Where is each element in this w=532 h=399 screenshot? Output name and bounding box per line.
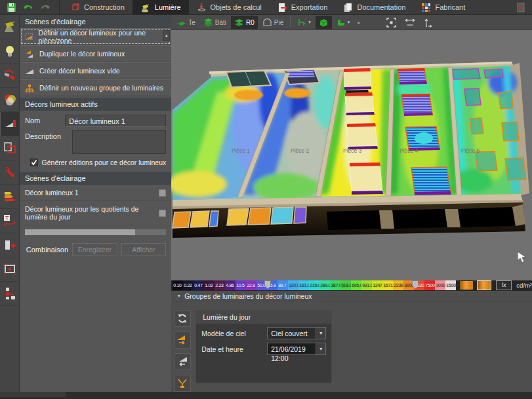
measure-height-button[interactable] — [420, 16, 436, 29]
room-label-5: Pièce 5 — [461, 147, 480, 154]
show-combination-button[interactable]: Afficher — [121, 243, 167, 256]
scale-gradient-button-2[interactable] — [477, 280, 491, 290]
scene-progress-bar — [25, 229, 166, 235]
view-scope-storey-button[interactable]: R0 — [231, 16, 258, 29]
scene-row-daylight-quotients[interactable]: Décor lumineux pour les quotients de lum… — [20, 201, 171, 225]
calc-object-icon — [197, 3, 207, 12]
view-scope-building-button[interactable]: Bâti — [200, 16, 230, 29]
fit-view-icon — [386, 18, 396, 28]
storey-layers-icon — [234, 18, 244, 27]
bulb-tool-icon[interactable] — [0, 39, 20, 64]
corner-L-icon — [337, 18, 346, 27]
sky-model-label: Modèle de ciel — [201, 330, 267, 337]
datetime-dropdown[interactable]: 21/06/2019 12:00 ▼ — [267, 343, 326, 355]
daylight-group-title[interactable]: Lumière du jour — [196, 311, 331, 324]
save-icon[interactable] — [4, 1, 18, 14]
generate-editions-checkbox[interactable] — [30, 159, 38, 166]
add-group-icon[interactable] — [174, 332, 191, 349]
measure-width-button[interactable]: mm — [401, 16, 419, 29]
copy-room-tool-icon[interactable] — [0, 136, 20, 161]
scale-segment: 4.86 — [225, 280, 235, 290]
room-icon — [262, 18, 272, 27]
zoom-fit-button[interactable] — [383, 16, 399, 29]
scale-segment: 1247.0 — [372, 280, 382, 290]
selection-frame-tool-icon[interactable] — [0, 257, 20, 282]
panel-header-scenes: Scènes d'éclairage — [20, 15, 171, 28]
scene-checkbox[interactable] — [159, 189, 166, 197]
undo-icon[interactable] — [21, 1, 35, 14]
furniture-visibility-button[interactable]: ▾ — [294, 16, 314, 29]
scale-gradient-button-1[interactable] — [459, 280, 474, 290]
lamp-icon — [140, 3, 151, 12]
light-scene-tool-icon[interactable] — [0, 112, 20, 136]
export-icon — [277, 3, 287, 12]
save-combination-button[interactable]: Enregistrer — [72, 243, 117, 256]
dropdown-caret-icon[interactable]: ▼ — [316, 343, 325, 354]
group-tree-icon — [25, 84, 34, 92]
scale-segment: 387.0 — [330, 280, 340, 290]
render-3d-viewport[interactable]: Pièce 1 Pièce 2 Pièce 3 Pièce 4 Pièce 5 — [171, 30, 532, 280]
redo-icon[interactable] — [38, 1, 52, 14]
view-scope-room-button[interactable]: Piè — [259, 16, 287, 29]
fabricant-grid-icon — [421, 3, 431, 12]
tab-lumiere[interactable]: Lumière — [133, 0, 189, 14]
luminaire-groups-panel: ▼ Groupes de luminaires du décor lumineu… — [171, 291, 532, 392]
refresh-icon[interactable] — [174, 310, 191, 327]
luminaire-groups-title: Groupes de luminaires du décor lumineux — [184, 292, 312, 300]
lux-unit-button[interactable]: lx — [496, 280, 512, 290]
scale-segment: 161.0 — [298, 280, 309, 290]
dropdown-caret-icon[interactable]: ▼ — [316, 328, 325, 339]
action-create-empty-light-scene[interactable]: Créer décor lumineux vide — [20, 62, 171, 79]
scale-segment: 215.0 — [309, 280, 319, 290]
help-document-icon[interactable] — [514, 1, 528, 14]
ramp-dashed-icon — [25, 33, 33, 41]
remove-group-icon[interactable] — [174, 353, 191, 370]
scale-segment: 2239.0 — [393, 280, 403, 290]
dialux-window: Construction Lumière Objets de calcul Ex… — [0, 0, 532, 399]
tab-fabricant[interactable]: Fabricant — [413, 0, 473, 14]
view-scope-terrain-button[interactable]: Te — [174, 16, 199, 29]
sky-model-value: Ciel couvert — [268, 328, 316, 339]
connection-tool-icon[interactable] — [0, 64, 20, 88]
wrench-tool-icon[interactable] — [0, 161, 20, 185]
column-tool-icon[interactable] — [0, 233, 20, 257]
scene-row-label: Décor lumineux 1 — [25, 189, 79, 197]
color-filter-tool-icon[interactable] — [0, 88, 20, 112]
ramp-duplicate-icon — [25, 50, 34, 58]
node-structure-tool-icon[interactable] — [0, 282, 20, 306]
desk-lamp-tool-icon[interactable] — [0, 15, 20, 39]
tab-construction[interactable]: Construction — [62, 0, 133, 14]
luminance-unit-label[interactable]: cd/m² — [516, 282, 532, 289]
tab-documentation[interactable]: Documentation — [335, 0, 413, 14]
scale-segment: 7500.0 — [424, 280, 435, 290]
tab-label: Fabricant — [435, 3, 465, 11]
sky-model-dropdown[interactable]: Ciel couvert ▼ — [267, 327, 326, 339]
tab-exportation[interactable]: Exportation — [270, 0, 336, 14]
scale-segment: 15000.0 — [445, 280, 456, 290]
description-textarea[interactable] — [72, 130, 166, 154]
construction-cube-icon — [70, 3, 80, 12]
tab-objets-de-calcul[interactable]: Objets de calcul — [189, 0, 270, 14]
scene-checkbox[interactable] — [159, 210, 166, 217]
room-label-1: Pièce 1 — [232, 147, 251, 154]
action-new-luminaire-group[interactable]: Définir un nouveau groupe de luminaires — [20, 79, 171, 96]
scale-segment: 10.5 — [235, 280, 246, 290]
tab-label: Exportation — [291, 3, 328, 11]
text-spline-tool-icon[interactable]: T — [0, 209, 20, 233]
scroll-up-arrow[interactable]: ▲ — [163, 30, 170, 41]
corner-view-button[interactable]: ▾ — [333, 16, 354, 29]
scene-row-decor-1[interactable]: Décor lumineux 1 — [20, 185, 171, 201]
action-duplicate-light-scene[interactable]: Dupliquer le décor lumineux — [20, 45, 171, 62]
furniture-icon — [297, 18, 306, 27]
action-define-light-scene[interactable]: Définir un décor lumineux pour une pièce… — [20, 28, 171, 45]
daylight-groupbox: Lumière du jour Modèle de ciel Ciel couv… — [195, 310, 332, 383]
status-bar — [0, 392, 532, 399]
tab-label: Lumière — [155, 3, 181, 11]
toolbar-overflow-arrow[interactable]: ▸ — [354, 16, 363, 29]
luminaire-groups-header[interactable]: ▼ Groupes de luminaires du décor lumineu… — [171, 291, 532, 301]
action-label: Définir un décor lumineux pour une pièce… — [39, 29, 167, 45]
merge-groups-icon[interactable] — [174, 375, 191, 392]
scene-name-input[interactable] — [65, 115, 166, 127]
solid-view-button[interactable] — [316, 16, 332, 29]
energy-efficiency-tool-icon[interactable] — [0, 185, 20, 209]
